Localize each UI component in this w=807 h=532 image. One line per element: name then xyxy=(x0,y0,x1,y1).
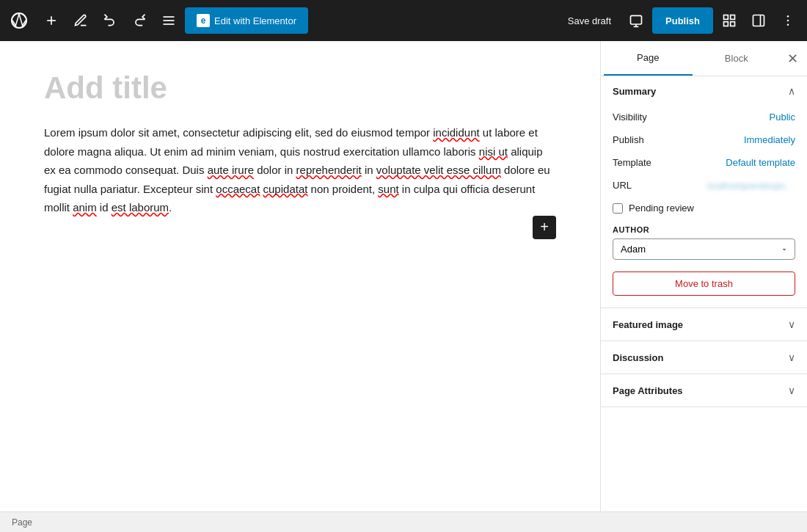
summary-title: Summary xyxy=(613,86,656,97)
svg-rect-6 xyxy=(631,15,642,24)
elementor-icon: e xyxy=(197,14,210,27)
author-select[interactable]: Adam xyxy=(613,238,795,260)
summary-chevron-icon: ∧ xyxy=(788,85,795,97)
pending-review-checkbox[interactable] xyxy=(613,203,623,214)
svg-rect-10 xyxy=(731,15,735,20)
template-label: Template xyxy=(613,157,651,168)
squiggly-word-9: anim xyxy=(73,201,97,214)
add-block-button[interactable] xyxy=(38,7,65,34)
page-title-input[interactable] xyxy=(44,70,556,106)
squiggly-word-2: nisi ut xyxy=(479,145,508,158)
edit-elementor-button[interactable]: e Edit with Elementor xyxy=(185,7,308,34)
squiggly-word-6: occaecat xyxy=(216,183,260,195)
visibility-value[interactable]: Public xyxy=(770,112,795,123)
summary-section: Summary ∧ Visibility Public Publish Imme… xyxy=(601,76,807,308)
publish-value[interactable]: Immediately xyxy=(744,134,795,145)
svg-rect-13 xyxy=(753,15,764,26)
svg-rect-12 xyxy=(724,22,729,26)
svg-point-15 xyxy=(787,15,789,18)
page-attributes-chevron-icon: ∨ xyxy=(788,385,795,396)
summary-content: Visibility Public Publish Immediately Te… xyxy=(601,106,807,307)
publish-label: Publish xyxy=(613,134,644,145)
squiggly-word-1: incididunt xyxy=(433,126,479,139)
template-value[interactable]: Default template xyxy=(726,157,795,168)
publish-row: Publish Immediately xyxy=(613,128,795,151)
featured-image-header[interactable]: Featured image ∨ xyxy=(601,308,807,340)
tab-block[interactable]: Block xyxy=(693,41,781,76)
more-options-button[interactable] xyxy=(775,7,801,34)
sidebar-header: Page Block ✕ xyxy=(601,41,807,76)
squiggly-word-5: voluptate velit esse cillum xyxy=(376,164,501,176)
editor-paragraph: Lorem ipsum dolor sit amet, consectetur … xyxy=(44,123,556,217)
discussion-title: Discussion xyxy=(613,352,663,363)
visibility-label: Visibility xyxy=(613,112,647,123)
sidebar: Page Block ✕ Summary ∧ Visibility Public xyxy=(600,41,807,511)
featured-image-title: Featured image xyxy=(613,319,683,330)
squiggly-word-3: aute irure xyxy=(208,164,254,176)
pending-review-label: Pending review xyxy=(629,203,694,214)
editor-area: Lorem ipsum dolor sit amet, consectetur … xyxy=(0,41,600,511)
svg-point-16 xyxy=(787,20,789,22)
toolbar: e Edit with Elementor Save draft Publish xyxy=(0,0,807,41)
featured-image-section: Featured image ∨ xyxy=(601,308,807,341)
featured-image-chevron-icon: ∨ xyxy=(788,318,795,330)
discussion-header[interactable]: Discussion ∨ xyxy=(601,341,807,374)
page-attributes-section: Page Attributes ∨ xyxy=(601,374,807,407)
svg-rect-9 xyxy=(724,15,729,20)
undo-button[interactable] xyxy=(97,7,123,34)
post-settings-button[interactable] xyxy=(716,7,742,34)
svg-rect-11 xyxy=(731,22,735,26)
main-area: Lorem ipsum dolor sit amet, consectetur … xyxy=(0,41,807,511)
page-attributes-header[interactable]: Page Attributes ∨ xyxy=(601,374,807,407)
url-row: URL localhost/gutenberg/auto-draft/ xyxy=(613,174,795,197)
preview-button[interactable] xyxy=(623,7,649,34)
template-row: Template Default template xyxy=(613,151,795,174)
sidebar-close-button[interactable]: ✕ xyxy=(781,47,804,70)
editor-content[interactable]: Lorem ipsum dolor sit amet, consectetur … xyxy=(44,123,556,217)
publish-button[interactable]: Publish xyxy=(652,7,713,34)
move-to-trash-button[interactable]: Move to trash xyxy=(613,272,795,296)
url-label: URL xyxy=(613,180,632,191)
tab-page[interactable]: Page xyxy=(604,41,693,76)
discussion-section: Discussion ∨ xyxy=(601,341,807,374)
save-draft-button[interactable]: Save draft xyxy=(559,11,620,31)
svg-point-17 xyxy=(787,24,789,26)
add-block-inline-button[interactable]: + xyxy=(533,216,556,239)
sidebar-toggle-button[interactable] xyxy=(745,7,772,34)
visibility-row: Visibility Public xyxy=(613,106,795,128)
discussion-chevron-icon: ∨ xyxy=(788,351,795,363)
squiggly-word-10: est laborum xyxy=(112,201,169,214)
summary-section-header[interactable]: Summary ∧ xyxy=(601,76,807,106)
squiggly-word-8: sunt xyxy=(378,183,398,195)
status-bar: Page xyxy=(0,511,807,532)
url-value[interactable]: localhost/gutenberg/auto-draft/ xyxy=(707,181,795,190)
squiggly-word-7: cupidatat xyxy=(263,183,308,195)
redo-button[interactable] xyxy=(126,7,153,34)
pending-review-row: Pending review xyxy=(613,197,795,219)
author-section: AUTHOR Adam xyxy=(613,219,795,263)
squiggly-word-4: reprehenderit xyxy=(296,164,362,176)
list-view-button[interactable] xyxy=(156,7,182,34)
edit-elementor-label: Edit with Elementor xyxy=(214,15,296,26)
author-label: AUTHOR xyxy=(613,225,795,234)
wp-logo[interactable] xyxy=(6,7,32,34)
tools-button[interactable] xyxy=(67,7,94,34)
status-bar-label: Page xyxy=(12,517,32,528)
page-attributes-title: Page Attributes xyxy=(613,385,683,396)
